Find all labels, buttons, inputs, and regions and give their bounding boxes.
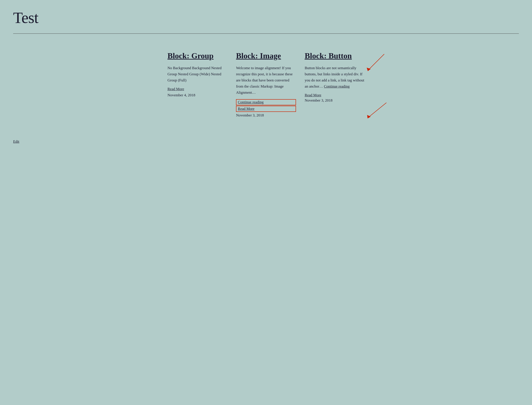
post-title-link-3[interactable]: Block: Button: [305, 51, 352, 60]
post-3-date-wrapper: November 3, 2018: [305, 98, 364, 103]
post-date-2: November 3, 2018: [236, 113, 296, 118]
svg-marker-3: [367, 115, 371, 118]
post-2-links-wrapper: Continue reading Read More: [236, 99, 296, 112]
post-excerpt-2: Welcome to image alignment! If you recog…: [236, 65, 296, 96]
svg-line-0: [369, 54, 384, 69]
post-title-1[interactable]: Block: Group: [168, 51, 227, 61]
post-title-link-1[interactable]: Block: Group: [168, 51, 214, 60]
main-content: Block: Group No Background Background Ne…: [0, 34, 532, 131]
post-date-3: November 3, 2018: [305, 98, 333, 102]
post-continue-reading-3[interactable]: Continue reading: [324, 84, 350, 88]
post-title-2[interactable]: Block: Image: [236, 51, 296, 61]
post-3-content-wrapper: Button blocks are not semantically butto…: [305, 65, 364, 93]
post-title-3[interactable]: Block: Button: [305, 51, 364, 61]
svg-line-2: [369, 103, 386, 117]
post-read-more-1[interactable]: Read More: [168, 87, 227, 91]
post-continue-reading-2[interactable]: Continue reading: [236, 99, 296, 105]
post-card-3: Block: Button Button blocks are not sema…: [305, 51, 364, 118]
post-card-1: Block: Group No Background Background Ne…: [168, 51, 227, 118]
arrow-annotation-2: [358, 101, 393, 122]
site-footer: Edit: [0, 131, 532, 153]
post-read-more-3[interactable]: Read More: [305, 93, 364, 97]
posts-grid: Block: Group No Background Background Ne…: [168, 51, 364, 118]
svg-marker-1: [367, 68, 371, 71]
post-excerpt-1: No Background Background Nested Group Ne…: [168, 65, 227, 83]
post-excerpt-3: Button blocks are not semantically butto…: [305, 65, 364, 89]
edit-link[interactable]: Edit: [13, 139, 19, 144]
post-read-more-2[interactable]: Read More: [236, 106, 296, 112]
post-card-2: Block: Image Welcome to image alignment!…: [236, 51, 296, 118]
site-title: Test: [13, 9, 519, 27]
post-title-link-2[interactable]: Block: Image: [236, 51, 281, 60]
site-header: Test: [0, 0, 532, 34]
post-date-1: November 4, 2018: [168, 93, 227, 97]
